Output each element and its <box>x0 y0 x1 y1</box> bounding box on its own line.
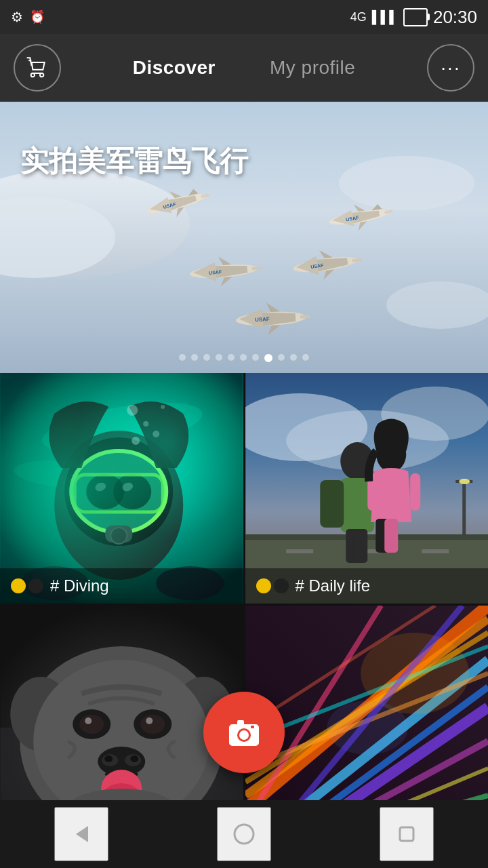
dark-dot-icon <box>28 578 43 593</box>
svg-rect-71 <box>462 481 466 536</box>
grid-item-diving[interactable]: # Diving <box>0 373 243 604</box>
svg-point-47 <box>71 451 166 532</box>
svg-point-97 <box>140 715 165 734</box>
svg-point-127 <box>239 730 249 740</box>
svg-point-131 <box>235 825 253 844</box>
svg-point-56 <box>143 421 148 427</box>
svg-rect-128 <box>237 720 244 726</box>
svg-point-55 <box>131 437 140 445</box>
svg-point-98 <box>85 717 92 724</box>
cart-icon <box>26 57 48 79</box>
daily-life-label-icon <box>256 578 289 593</box>
dot-5[interactable] <box>228 354 235 361</box>
hero-banner: USAF USAF USAF <box>0 102 488 373</box>
battery-icon <box>403 8 428 26</box>
svg-point-57 <box>127 405 138 416</box>
diving-label-text: # Diving <box>50 576 109 595</box>
back-icon <box>69 822 94 846</box>
svg-point-50 <box>94 481 107 493</box>
svg-point-54 <box>110 528 127 544</box>
svg-rect-79 <box>352 529 367 563</box>
dot-indicators <box>0 354 488 362</box>
settings-icon: ⚙ <box>11 9 23 25</box>
top-nav: Discover My profile ··· <box>0 34 488 102</box>
hero-title: 实拍美军雷鸟飞行 <box>20 142 248 180</box>
svg-rect-52 <box>75 475 163 512</box>
svg-point-73 <box>459 479 470 484</box>
svg-point-96 <box>79 715 104 734</box>
dot-2[interactable] <box>191 354 198 361</box>
svg-point-103 <box>104 755 113 762</box>
recent-apps-button[interactable] <box>380 807 434 861</box>
grid-item-daily-life[interactable]: # Daily life <box>245 373 489 604</box>
dot-3[interactable] <box>203 354 210 361</box>
dot-1[interactable] <box>179 354 186 361</box>
svg-point-45 <box>54 431 183 580</box>
more-button[interactable]: ··· <box>427 44 474 92</box>
svg-point-99 <box>146 717 152 724</box>
yellow-dot-icon2 <box>256 578 271 593</box>
dot-10[interactable] <box>290 354 297 361</box>
network-label: 4G <box>350 10 367 24</box>
daily-life-label-text: # Daily life <box>296 576 371 595</box>
svg-marker-130 <box>76 826 88 842</box>
svg-point-48 <box>86 474 124 509</box>
svg-point-43 <box>39 393 206 462</box>
svg-point-59 <box>161 405 165 409</box>
back-button[interactable] <box>54 807 108 861</box>
svg-point-51 <box>121 481 134 493</box>
svg-rect-70 <box>422 549 449 553</box>
svg-rect-68 <box>286 549 313 553</box>
svg-rect-85 <box>384 519 398 553</box>
svg-rect-40 <box>300 315 310 319</box>
yellow-dot-icon <box>11 578 26 593</box>
alarm-icon: ⏰ <box>30 9 45 24</box>
nav-tabs: Discover My profile <box>61 50 427 85</box>
svg-point-3 <box>339 156 474 210</box>
status-bar: ⚙ ⏰ 4G ▌▌▌ 20:30 <box>0 0 488 34</box>
home-icon <box>232 822 256 846</box>
camera-icon <box>225 713 263 751</box>
svg-point-58 <box>152 431 159 437</box>
svg-rect-53 <box>105 526 132 542</box>
svg-point-104 <box>130 755 138 762</box>
svg-text:USAF: USAF <box>255 316 270 323</box>
camera-fab-button[interactable] <box>203 692 285 773</box>
dot-4[interactable] <box>216 354 222 361</box>
daily-life-label: # Daily life <box>245 568 489 604</box>
svg-point-49 <box>113 474 151 509</box>
bottom-nav <box>0 800 488 868</box>
tab-discover[interactable]: Discover <box>106 50 243 85</box>
signal-icon: ▌▌▌ <box>372 10 398 24</box>
dot-11[interactable] <box>302 354 309 361</box>
dark-dot-icon2 <box>274 578 289 593</box>
dot-8[interactable] <box>264 354 272 362</box>
cart-button[interactable] <box>14 44 61 92</box>
dot-6[interactable] <box>240 354 247 361</box>
svg-rect-80 <box>320 480 344 528</box>
diving-label-icon <box>11 578 43 593</box>
svg-rect-129 <box>251 726 254 728</box>
recent-apps-icon <box>394 822 419 846</box>
clock: 20:30 <box>433 7 477 28</box>
svg-rect-132 <box>400 827 413 841</box>
diving-label: # Diving <box>0 568 243 604</box>
tab-myprofile[interactable]: My profile <box>243 50 382 85</box>
home-button[interactable] <box>217 807 271 861</box>
svg-point-44 <box>13 456 123 493</box>
svg-point-46 <box>64 437 173 546</box>
dot-7[interactable] <box>252 354 259 361</box>
svg-rect-83 <box>410 473 420 511</box>
dot-9[interactable] <box>278 354 285 361</box>
